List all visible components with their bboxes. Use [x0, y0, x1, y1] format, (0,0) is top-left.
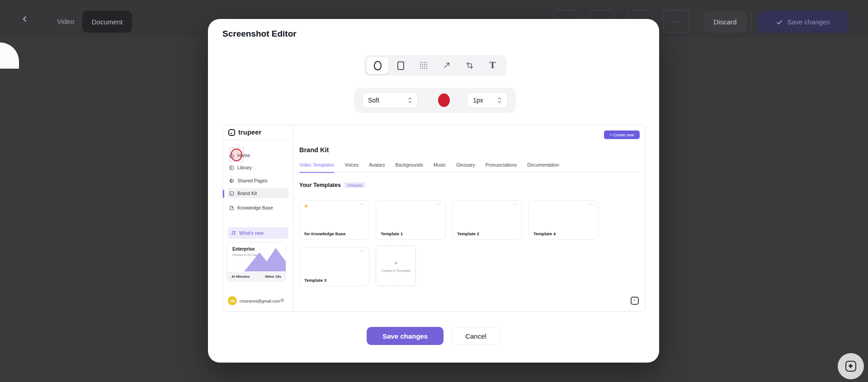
card-more-icon: ⋯: [360, 201, 365, 207]
library-icon: [229, 165, 234, 170]
toolbar-divider: [751, 13, 752, 31]
rectangle-icon: [397, 61, 404, 70]
arrow-tool-button[interactable]: [435, 57, 458, 74]
modal-cancel-button[interactable]: Cancel: [452, 327, 500, 345]
card-more-icon: ⋯: [360, 248, 365, 254]
whats-new-label: What's new: [239, 230, 264, 236]
updown-chevrons-icon: [497, 97, 502, 104]
template-label: Template 4: [533, 231, 556, 236]
active-item-indicator: [223, 190, 224, 198]
discard-button[interactable]: Discard: [703, 11, 747, 33]
style-select-value: Soft: [368, 97, 379, 104]
plan-footer: AI Minutes 966m 15s: [227, 272, 286, 281]
trupeer-wordmark: trupeer: [238, 129, 261, 136]
modal-save-changes-button[interactable]: Save changes: [367, 327, 443, 345]
tabs-divider: [299, 172, 641, 172]
back-button[interactable]: [18, 13, 32, 26]
template-card-1: ⋯ Template 1: [376, 200, 446, 240]
text-tool-button[interactable]: T: [481, 57, 504, 74]
check-icon: [776, 19, 783, 26]
chevron-left-icon: [21, 15, 29, 23]
sidebar-item-brand-kit: Brand Kit: [227, 188, 289, 198]
preview-page-title: Brand Kit: [299, 146, 329, 154]
ellipsis-icon: ···: [672, 18, 681, 25]
annotation-options-panel: Soft 1px: [354, 88, 516, 113]
preview-logo-row: trupeer: [223, 125, 293, 140]
plus-icon: +: [394, 260, 398, 266]
floating-app-button[interactable]: [838, 353, 864, 379]
screenshot-canvas[interactable]: trupeer Home Library Shared Pages Brand …: [222, 125, 646, 312]
ellipse-tool-button[interactable]: [367, 57, 389, 74]
annotation-tool-panel: T: [364, 55, 506, 76]
enterprise-plan-card: Enterprise Renews in 330 days AI Minutes…: [226, 242, 286, 282]
ellipse-icon: [374, 61, 382, 70]
blur-icon: [420, 61, 428, 70]
app-logo-plus-icon: [845, 361, 856, 372]
stroke-width-select[interactable]: 1px: [467, 92, 508, 108]
sidebar-item-library: Library: [227, 163, 289, 172]
more-options-button[interactable]: ···: [663, 10, 689, 33]
bell-icon: [231, 231, 236, 236]
template-label: Template 3: [304, 278, 326, 283]
stroke-width-value: 1px: [473, 97, 483, 104]
topbar-save-label: Save changes: [787, 18, 830, 26]
color-swatch-red[interactable]: [438, 93, 450, 107]
red-ellipse-annotation[interactable]: [231, 149, 242, 161]
avatar: CM: [228, 296, 237, 305]
trupeer-logo-icon: [228, 129, 235, 136]
template-label: Template 1: [381, 231, 403, 236]
your-templates-header: Your Templates Enterprise: [299, 182, 365, 188]
ai-minutes-value: 966m 15s: [265, 275, 281, 279]
brand-kit-icon: [229, 191, 234, 196]
preview-mini-logo-icon: [631, 297, 639, 305]
ai-minutes-label: AI Minutes: [231, 275, 250, 279]
section-title: Your Templates: [299, 182, 341, 188]
globe-icon: [229, 178, 234, 183]
sidebar-item-shared-pages: Shared Pages: [227, 176, 289, 186]
template-card-knowledge-base: ★ ⋯ for Knowledge Base: [299, 200, 369, 240]
account-email: cmunenni@gmail.com: [240, 299, 280, 303]
card-more-icon: ⋯: [513, 201, 518, 207]
arrow-icon: [443, 61, 451, 70]
preview-sidebar: trupeer Home Library Shared Pages Brand …: [223, 125, 293, 311]
crop-tool-button[interactable]: [458, 57, 481, 74]
template-label: Template 2: [457, 231, 479, 236]
page-corner-reveal: [0, 42, 19, 69]
document-icon: [229, 205, 234, 210]
sidebar-item-label: Knowledge Base: [237, 205, 273, 210]
sidebar-item-knowledge-base: Knowledge Base: [227, 203, 289, 213]
tab-video[interactable]: Video: [52, 11, 80, 33]
sidebar-item-label: Shared Pages: [237, 178, 268, 183]
create-template-card: + Create a Template: [376, 246, 416, 286]
crop-icon: [466, 61, 474, 70]
style-select[interactable]: Soft: [362, 92, 418, 108]
rectangle-tool-button[interactable]: [390, 57, 412, 74]
preview-main: + Create new Brand Kit Video Templates V…: [294, 125, 645, 311]
tab-document[interactable]: Document: [82, 11, 132, 33]
template-card-3: ⋯ Template 3: [299, 247, 369, 286]
card-more-icon: ⋯: [436, 201, 442, 207]
mountain-graphic: [244, 248, 286, 271]
enterprise-badge: Enterprise: [344, 182, 365, 188]
template-card-2: ⋯ Template 2: [452, 200, 522, 240]
screenshot-editor-modal: Screenshot Editor T Soft 1px: [208, 19, 659, 363]
text-icon: T: [490, 61, 495, 70]
template-card-4: ⋯ Template 4: [528, 200, 599, 240]
template-label: for Knowledge Base: [304, 231, 345, 236]
account-row: CM cmunenni@gmail.com ⚙: [223, 296, 293, 307]
star-icon: ★: [304, 203, 308, 209]
blur-tool-button[interactable]: [413, 57, 435, 74]
topbar-save-changes-button[interactable]: Save changes: [758, 11, 848, 33]
sidebar-item-label: Library: [237, 165, 252, 170]
whats-new-item: What's new: [228, 227, 288, 239]
annotation-selection-box[interactable]: [229, 148, 244, 162]
card-more-icon: ⋯: [589, 201, 594, 207]
modal-title: Screenshot Editor: [222, 29, 297, 39]
create-template-label: Create a Template: [381, 269, 410, 273]
create-new-button: + Create new: [604, 130, 640, 139]
gear-icon: ⚙: [280, 298, 284, 303]
updown-chevrons-icon: [408, 97, 412, 104]
sidebar-item-label: Brand Kit: [237, 191, 257, 196]
